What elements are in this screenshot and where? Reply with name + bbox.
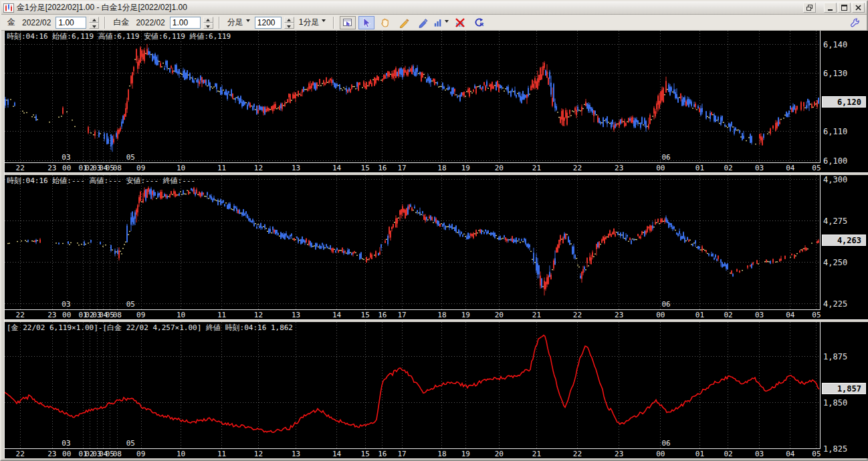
interval-dropdown[interactable]: 1分足 (297, 17, 328, 28)
hour-tick-label: 09 (136, 311, 145, 319)
chart-type-button[interactable] (433, 16, 449, 29)
spread-time-axis: 2223000102030405080910111213141516171819… (5, 450, 821, 458)
pan-tool-button[interactable] (377, 16, 393, 29)
gold-price-scale: 6,1406,1306,1106,1006,120 (821, 31, 868, 172)
hour-tick-label: 11 (217, 450, 226, 458)
date-change-label: 06 (662, 153, 671, 162)
platinum-chart-panel: 030506 時刻:04:16 始値:--- 高値:--- 安値:--- 終値:… (5, 175, 868, 319)
gold-multiplier-stepper[interactable] (89, 17, 99, 29)
select-mode-icon (342, 17, 353, 28)
price-tick-label: 1,875 (823, 352, 847, 361)
chart-area: 030506 時刻:04:16 始値:6,119 高値:6,119 安値:6,1… (1, 31, 867, 460)
gold-symbol-label: 金 (5, 17, 17, 28)
clear-drawings-button[interactable] (452, 16, 468, 29)
platinum-candlestick-plot[interactable]: 030506 (5, 175, 821, 310)
hour-tick-label: 02 (724, 311, 733, 319)
hour-tick-label: 20 (495, 450, 504, 458)
gold-contract-month: 2022/02 (20, 18, 53, 27)
hour-tick-label: 13 (292, 311, 300, 319)
date-change-label: 03 (62, 153, 70, 162)
hour-tick-label: 03 (755, 311, 764, 319)
bar-type-dropdown[interactable]: 分足 (225, 17, 252, 28)
settings-wrench-icon (849, 17, 860, 28)
hour-tick-label: 18 (437, 450, 446, 458)
hour-tick-label: 21 (532, 311, 541, 319)
hour-tick-label: 23 (615, 164, 623, 172)
app-window: 金1分足[2022/02]1.00 - 白金1分足[2022/02]1.00 金… (0, 0, 868, 461)
hour-tick-label: 04 (786, 311, 794, 319)
hour-tick-label: 05 (812, 311, 821, 319)
marker-icon (417, 17, 428, 28)
hour-tick-label: 17 (398, 164, 407, 172)
reload-icon: R (473, 17, 485, 28)
toolbar: 金 2022/02 白金 2022/02 分足 1分足 (1, 15, 867, 31)
hour-tick-label: 09 (136, 164, 145, 172)
spread-line-plot[interactable]: 030506 (5, 322, 821, 449)
hour-tick-label: 19 (461, 311, 470, 319)
hour-tick-label: 12 (254, 164, 263, 172)
reload-button[interactable]: R (471, 16, 487, 29)
draw-tool-button[interactable] (396, 16, 412, 29)
chart-canvas (5, 322, 820, 448)
hour-tick-label: 22 (16, 311, 25, 319)
price-tick-label: 1,850 (823, 398, 847, 408)
hour-tick-label: 00 (62, 311, 71, 319)
hour-tick-label: 15 (361, 164, 370, 172)
cursor-tool-button[interactable] (358, 16, 374, 29)
toolbar-separator (219, 17, 220, 29)
toolbar-separator (333, 17, 334, 29)
spread-value-scale: 1,8751,8501,8251,857 (821, 322, 868, 458)
minimize-button[interactable] (824, 3, 837, 13)
hour-tick-label: 05 (812, 164, 821, 172)
hour-tick-label: 04 (786, 164, 794, 172)
hour-tick-label: 23 (615, 311, 623, 319)
hour-tick-label: 18 (437, 164, 446, 172)
pencil-icon (399, 17, 409, 28)
hour-tick-label: 12 (254, 450, 263, 458)
hour-tick-label: 22 (573, 311, 582, 319)
gold-candlestick-plot[interactable]: 030506 (5, 31, 821, 163)
hour-tick-label: 11 (217, 164, 226, 172)
chart-canvas (5, 31, 820, 162)
hour-tick-label: 16 (378, 450, 387, 458)
bar-count-input[interactable] (255, 17, 282, 29)
hour-tick-label: 00 (656, 164, 665, 172)
hour-tick-label: 01 (695, 164, 704, 172)
hour-tick-label: 19 (461, 164, 470, 172)
close-button[interactable] (852, 3, 865, 13)
app-candlestick-icon (3, 3, 14, 13)
spread-chart-panel: 030506 [金 22/02 6,119×1.00]-[白金 22/02 4,… (5, 322, 868, 458)
hour-tick-label: 10 (177, 311, 185, 319)
price-tick-label: 6,140 (823, 40, 847, 49)
platinum-multiplier-input[interactable] (170, 17, 201, 29)
title-bar: 金1分足[2022/02]1.00 - 白金1分足[2022/02]1.00 (1, 1, 867, 15)
maximize-button[interactable] (838, 3, 851, 13)
hour-tick-label: 11 (217, 311, 226, 319)
current-price-box: 1,857 (822, 383, 866, 394)
hour-tick-label: 13 (292, 164, 300, 172)
select-mode-button[interactable] (340, 16, 356, 29)
float-window-button[interactable] (803, 3, 816, 13)
hour-tick-label: 16 (378, 311, 387, 319)
hour-tick-label: 08 (113, 311, 122, 319)
bar-count-stepper[interactable] (284, 17, 294, 29)
marker-tool-button[interactable] (415, 16, 431, 29)
hour-tick-label: 12 (254, 311, 263, 319)
pan-hand-icon (380, 17, 391, 28)
price-tick-label: 6,100 (823, 156, 847, 166)
hour-tick-label: 16 (378, 164, 387, 172)
date-change-label: 03 (62, 439, 70, 448)
hour-tick-label: 22 (16, 164, 25, 172)
hour-tick-label: 23 (615, 450, 623, 458)
hour-tick-label: 23 (47, 164, 56, 172)
platinum-symbol-label: 白金 (111, 17, 131, 28)
settings-button[interactable] (847, 16, 863, 29)
hour-tick-label: 21 (532, 164, 541, 172)
hour-tick-label: 04 (786, 450, 794, 458)
price-tick-label: 4,225 (823, 299, 847, 309)
hour-tick-label: 14 (332, 450, 341, 458)
platinum-multiplier-stepper[interactable] (203, 17, 213, 29)
gold-multiplier-input[interactable] (56, 17, 86, 29)
chevron-down-icon (445, 20, 449, 25)
hour-tick-label: 05 (812, 450, 821, 458)
